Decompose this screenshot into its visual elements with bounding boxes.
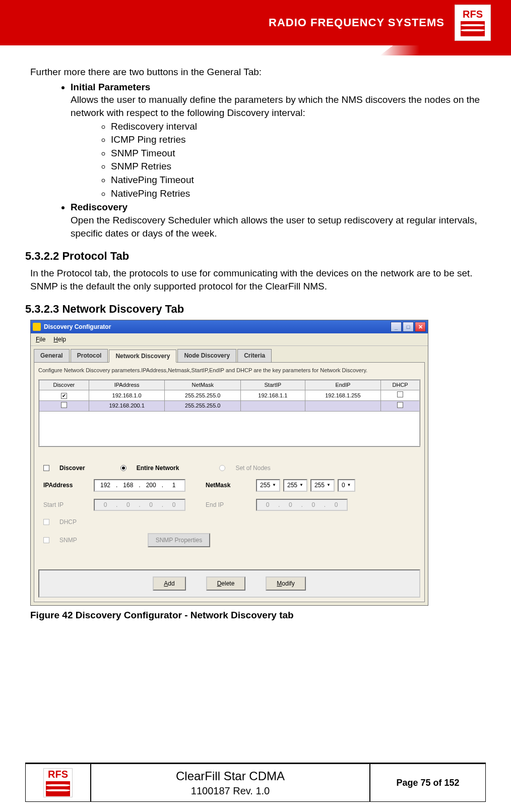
panel-description: Configure Network Discovery parameters.I… — [38, 367, 420, 374]
subitem: NativePing Timeout — [111, 173, 486, 187]
label-endip: End IP — [206, 501, 246, 509]
radio-entire-network[interactable] — [120, 465, 126, 471]
minimize-button[interactable]: _ — [391, 322, 402, 332]
modify-button[interactable]: Modify — [266, 576, 305, 591]
add-button[interactable]: Add — [153, 576, 185, 591]
discovery-configurator-window: Discovery Configurator _ □ ✕ File Help G… — [30, 320, 428, 606]
bullet-title: Initial Parameters — [71, 82, 150, 92]
footer-page-cell: Page 75 of 152 — [370, 764, 486, 802]
menu-help[interactable]: Help — [53, 335, 66, 343]
rfs-logo-footer: RFS — [43, 768, 73, 797]
tabbar: General Protocol Network Discovery Node … — [34, 349, 425, 362]
tab-criteria[interactable]: Criteria — [237, 349, 272, 362]
dhcp-checkbox-form — [43, 519, 49, 525]
snmp-checkbox-form — [43, 537, 49, 543]
close-button[interactable]: ✕ — [415, 322, 426, 332]
bullet-title: Rediscovery — [71, 202, 127, 212]
th-netmask[interactable]: NetMask — [165, 380, 241, 390]
subitem: NativePing Retries — [111, 187, 486, 200]
bullet-rediscovery: Rediscovery Open the Rediscovery Schedul… — [71, 201, 486, 240]
snmp-properties-button: SNMP Properties — [148, 533, 210, 547]
app-icon — [33, 323, 41, 331]
th-startip[interactable]: StartIP — [241, 380, 305, 390]
delete-button[interactable]: Delete — [206, 576, 246, 591]
footer-subtitle: 1100187 Rev. 1.0 — [191, 785, 270, 797]
tab-protocol[interactable]: Protocol — [71, 349, 108, 362]
footer-title: ClearFill Star CDMA — [176, 769, 285, 783]
subitem: Rediscovery interval — [111, 120, 486, 133]
chevron-down-icon: ▼ — [272, 483, 276, 488]
window-title: Discovery Configurator — [44, 323, 390, 331]
rfs-logo-text: RFS — [48, 769, 68, 779]
bullet-desc: Open the Rediscovery Scheduler which all… — [71, 215, 477, 239]
label-netmask: NetMask — [206, 481, 246, 489]
tab-node-discovery[interactable]: Node Discovery — [177, 349, 236, 362]
rfs-logo-waves-icon — [46, 781, 70, 796]
table-row-empty — [39, 411, 420, 446]
th-endip[interactable]: EndIP — [305, 380, 381, 390]
netmask-octet-select[interactable]: 255▼ — [256, 479, 280, 491]
bullet-list: Initial Parameters Allows the user to ma… — [50, 81, 486, 240]
bullet-desc: Allows the user to manually define the p… — [71, 94, 480, 118]
chevron-down-icon: ▼ — [327, 483, 331, 488]
discover-checkbox[interactable] — [61, 393, 67, 399]
discovery-table: Discover IPAddress NetMask StartIP EndIP… — [38, 379, 420, 447]
intro-text: Further more there are two buttons in th… — [30, 66, 486, 79]
netmask-selects: 255▼ 255▼ 255▼ 0▼ — [256, 479, 355, 491]
radio-set-of-nodes[interactable] — [219, 465, 225, 471]
startip-input: 0. 0. 0. 0 — [94, 499, 185, 511]
cell-endip — [305, 400, 381, 411]
tab-network-discovery[interactable]: Network Discovery — [109, 350, 176, 363]
discover-checkbox[interactable] — [61, 402, 67, 408]
rfs-logo-text: RFS — [463, 9, 483, 19]
th-ipaddress[interactable]: IPAddress — [89, 380, 165, 390]
label-set-of-nodes: Set of Nodes — [235, 464, 270, 472]
label-snmp: SNMP — [59, 536, 77, 544]
tab-general[interactable]: General — [34, 349, 70, 362]
table-row[interactable]: 192.168.1.0 255.255.255.0 192.168.1.1 19… — [39, 390, 420, 401]
maximize-button[interactable]: □ — [403, 322, 414, 332]
brand-text: RADIO FREQUENCY SYSTEMS — [269, 16, 444, 29]
rfs-logo: RFS — [455, 5, 491, 41]
cell-endip: 192.168.1.255 — [305, 390, 381, 401]
footer-title-cell: ClearFill Star CDMA 1100187 Rev. 1.0 — [91, 764, 370, 802]
bullet-initial-parameters: Initial Parameters Allows the user to ma… — [71, 81, 486, 200]
th-discover[interactable]: Discover — [39, 380, 89, 390]
heading-network-discovery-tab: 5.3.2.3 Network Discovery Tab — [25, 302, 486, 317]
cell-ip: 192.168.1.0 — [89, 390, 165, 401]
page-footer: RFS ClearFill Star CDMA 1100187 Rev. 1.0… — [25, 763, 486, 802]
sub-list: Rediscovery interval ICMP Ping retries S… — [91, 120, 486, 200]
label-ipaddress: IPAddress — [43, 481, 84, 489]
netmask-octet-select[interactable]: 0▼ — [338, 479, 355, 491]
cell-ip: 192.168.200.1 — [89, 400, 165, 411]
dhcp-checkbox[interactable] — [397, 402, 403, 408]
menubar: File Help — [31, 333, 428, 346]
menu-file[interactable]: File — [36, 335, 45, 343]
discover-checkbox-form[interactable] — [43, 465, 49, 471]
protocol-tab-text: In the Protocol tab, the protocols to us… — [30, 267, 486, 293]
footer-logo-cell: RFS — [25, 764, 91, 802]
subitem: SNMP Timeout — [111, 147, 486, 160]
netmask-octet-select[interactable]: 255▼ — [283, 479, 307, 491]
cell-startip: 192.168.1.1 — [241, 390, 305, 401]
label-discover: Discover — [59, 464, 85, 472]
heading-protocol-tab: 5.3.2.2 Protocol Tab — [25, 249, 486, 264]
chevron-down-icon: ▼ — [347, 483, 351, 488]
label-dhcp: DHCP — [59, 518, 77, 526]
titlebar[interactable]: Discovery Configurator _ □ ✕ — [31, 320, 428, 333]
rfs-logo-waves-icon — [461, 21, 485, 36]
netmask-octet-select[interactable]: 255▼ — [310, 479, 335, 491]
endip-input: 0. 0. 0. 0 — [256, 499, 348, 511]
brand-banner: RADIO FREQUENCY SYSTEMS RFS — [0, 0, 511, 45]
label-entire-network: Entire Network — [137, 464, 179, 472]
th-dhcp[interactable]: DHCP — [381, 380, 420, 390]
button-row: Add Delete Modify — [38, 569, 420, 598]
subitem: ICMP Ping retries — [111, 133, 486, 146]
dhcp-checkbox[interactable] — [397, 391, 403, 397]
ipaddress-input[interactable]: 192. 168. 200. 1 — [94, 479, 185, 491]
figure-caption: Figure 42 Discovery Configurator - Netwo… — [30, 609, 486, 622]
tab-panel: Configure Network Discovery parameters.I… — [34, 362, 425, 602]
cell-startip — [241, 400, 305, 411]
page-number: Page 75 of 152 — [396, 778, 459, 788]
table-row[interactable]: 192.168.200.1 255.255.255.0 — [39, 400, 420, 411]
